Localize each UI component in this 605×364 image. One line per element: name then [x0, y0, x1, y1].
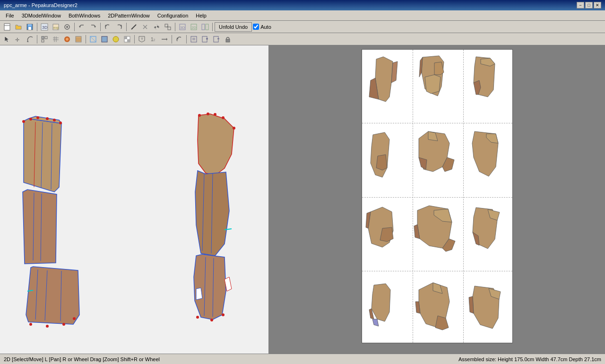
- svg-point-89: [46, 325, 49, 328]
- svg-rect-68: [226, 39, 230, 42]
- svg-point-95: [214, 113, 216, 116]
- rotate-right-button[interactable]: [114, 22, 124, 32]
- svg-rect-34: [42, 36, 44, 39]
- solid-button[interactable]: [99, 34, 110, 44]
- settings-button[interactable]: [62, 22, 72, 32]
- svg-rect-66: [214, 36, 218, 42]
- separator-1: [37, 23, 37, 31]
- menu-bar: File 3DModelWindow BothWindows 2DPattern…: [0, 10, 605, 21]
- menu-help[interactable]: Help: [192, 12, 210, 19]
- wireframe-button[interactable]: [88, 34, 98, 44]
- separator-6: [212, 23, 213, 31]
- svg-marker-147: [469, 296, 474, 313]
- pageremove-button[interactable]: [211, 34, 222, 44]
- svg-marker-138: [372, 284, 390, 321]
- title-bar-controls: − □ ✕: [577, 2, 601, 9]
- svg-point-96: [222, 116, 225, 119]
- status-right: Assembled size: Height 175.0cm Width 47.…: [458, 356, 601, 362]
- transform-button[interactable]: [163, 22, 173, 32]
- color-button[interactable]: [62, 34, 72, 44]
- snap-button[interactable]: [39, 34, 50, 44]
- svg-marker-58: [166, 38, 167, 41]
- open-button[interactable]: [13, 22, 24, 32]
- lock-button[interactable]: [223, 34, 233, 44]
- move-button[interactable]: [151, 22, 162, 32]
- label-button[interactable]: T: [137, 34, 147, 44]
- viewboth-button[interactable]: [200, 22, 210, 32]
- pageadd-button[interactable]: [200, 34, 210, 44]
- pen-tool-button[interactable]: [129, 22, 139, 32]
- grid-line-h1: [362, 123, 512, 123]
- svg-point-105: [222, 313, 225, 316]
- svg-point-91: [73, 317, 76, 320]
- open-3d-button[interactable]: 3D: [39, 22, 50, 32]
- arrow-button[interactable]: [159, 34, 170, 44]
- svg-rect-48: [102, 36, 107, 42]
- svg-point-42: [66, 38, 69, 41]
- auto-checkbox[interactable]: [253, 24, 259, 30]
- svg-rect-36: [42, 40, 44, 42]
- menu-bothwindows[interactable]: BothWindows: [65, 12, 104, 19]
- close-button[interactable]: ✕: [594, 2, 601, 9]
- svg-point-103: [196, 316, 199, 319]
- view2d-button[interactable]: 2D: [189, 22, 199, 32]
- grid-line-h3: [362, 271, 512, 271]
- separator-t2-1: [37, 35, 37, 43]
- svg-text:exp: exp: [53, 26, 59, 30]
- svg-point-78: [53, 119, 56, 121]
- svg-rect-43: [76, 36, 81, 42]
- svg-rect-22: [168, 27, 171, 30]
- view3d-button[interactable]: 3D: [177, 22, 188, 32]
- menu-2dpatternwindow[interactable]: 2DPatternWindow: [104, 12, 154, 19]
- unfold-undo-button[interactable]: Unfold Undo: [215, 22, 252, 32]
- right-panel[interactable]: [269, 45, 605, 354]
- menu-file[interactable]: File: [2, 12, 18, 19]
- page-button[interactable]: [189, 34, 199, 44]
- export-button[interactable]: exp: [51, 22, 61, 32]
- status-bar: 2D [Select/Move] L [Pan] R or Wheel Drag…: [0, 354, 605, 364]
- rotate-tool-button[interactable]: [25, 34, 35, 44]
- svg-marker-11: [79, 26, 81, 28]
- select-tool-button[interactable]: [2, 34, 12, 44]
- svg-point-74: [22, 120, 25, 123]
- texture-button[interactable]: [73, 34, 84, 44]
- highlight-button[interactable]: [111, 34, 121, 44]
- svg-rect-60: [191, 36, 197, 42]
- svg-point-10: [66, 26, 68, 28]
- menu-3dmodelwindow[interactable]: 3DModelWindow: [18, 12, 65, 19]
- menu-configuration[interactable]: Configuration: [154, 12, 192, 19]
- number-button[interactable]: 12: [148, 34, 158, 44]
- svg-marker-115: [425, 75, 441, 94]
- svg-rect-51: [124, 36, 127, 39]
- save-button[interactable]: [25, 22, 35, 32]
- toolbar-1: 3D exp 3D 2D Unfold Undo: [0, 21, 605, 33]
- redo-button[interactable]: [88, 22, 98, 32]
- svg-marker-92: [198, 114, 234, 175]
- new-button[interactable]: [2, 22, 12, 32]
- minimize-button[interactable]: −: [577, 2, 584, 9]
- main-area: [0, 45, 605, 354]
- cut-tool-button[interactable]: [140, 22, 150, 32]
- checkerboard-button[interactable]: [122, 34, 132, 44]
- svg-point-93: [198, 114, 201, 117]
- rotate-left-button[interactable]: [103, 22, 113, 32]
- history-back-button[interactable]: [174, 34, 184, 44]
- svg-point-79: [59, 121, 62, 124]
- move-tool-button[interactable]: ✛: [13, 34, 24, 44]
- svg-marker-128: [368, 207, 393, 247]
- undo-button[interactable]: [77, 22, 87, 32]
- maximize-button[interactable]: □: [585, 2, 593, 9]
- svg-point-94: [207, 113, 209, 115]
- left-panel[interactable]: [0, 45, 269, 354]
- right-piece-group: [194, 113, 235, 321]
- svg-point-90: [62, 323, 65, 326]
- grid-button[interactable]: [51, 34, 61, 44]
- separator-5: [175, 23, 175, 31]
- svg-text:3D: 3D: [180, 26, 185, 30]
- pattern-pieces-svg: [362, 50, 513, 344]
- svg-rect-3: [28, 24, 32, 26]
- auto-checkbox-container: Auto: [253, 24, 271, 30]
- grid-line-h2: [362, 197, 512, 198]
- svg-rect-0: [4, 24, 10, 30]
- svg-rect-52: [127, 39, 130, 42]
